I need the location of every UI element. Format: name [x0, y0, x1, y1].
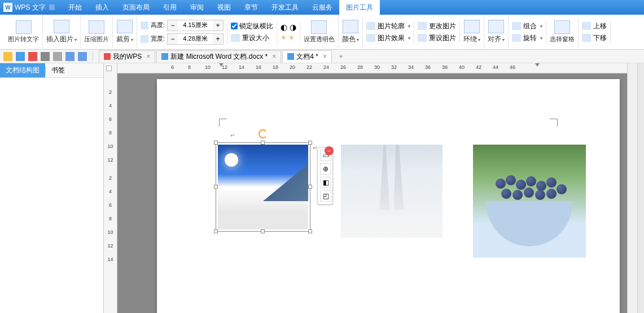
- close-tab-icon[interactable]: ×: [272, 53, 276, 60]
- undo-icon[interactable]: [65, 52, 75, 61]
- align-button[interactable]: 对齐▾: [484, 16, 509, 48]
- width-plus[interactable]: +: [213, 34, 223, 44]
- contrast-buttons[interactable]: ◐ ◑: [281, 23, 296, 32]
- delete-image-button[interactable]: −: [325, 146, 334, 155]
- outline-tab[interactable]: 文档结构图: [0, 63, 45, 77]
- qat-separator: [93, 52, 93, 61]
- height-minus[interactable]: −: [168, 20, 178, 31]
- align-icon: [488, 20, 504, 33]
- print-icon[interactable]: [41, 52, 50, 61]
- rotate-handle-icon[interactable]: [259, 129, 268, 138]
- vertical-ruler[interactable]: 2 4 6 8 10 12 2 4 6 8 10 12 14: [104, 63, 117, 313]
- vertical-scrollbar[interactable]: [627, 63, 637, 313]
- document-canvas[interactable]: ↵ ↵ −: [117, 73, 627, 313]
- close-tab-icon[interactable]: ×: [146, 53, 150, 60]
- insert-picture-button[interactable]: 插入图片▾: [43, 16, 81, 48]
- margin-corner-icon: [219, 119, 227, 127]
- right-panel-strip[interactable]: [637, 63, 644, 313]
- height-input[interactable]: [178, 20, 213, 31]
- tab-doc4[interactable]: 文档4 *×: [282, 50, 332, 63]
- transparent-button[interactable]: 设置透明色: [300, 16, 339, 48]
- bookmark-tab[interactable]: 书签: [46, 63, 71, 77]
- export-pdf-icon[interactable]: [28, 52, 37, 61]
- outline-button[interactable]: 图片轮廓▾: [366, 21, 410, 31]
- dimensions-group: 高度: − + 宽度: − +: [137, 20, 227, 45]
- resize-handle[interactable]: [261, 229, 265, 233]
- page: ↵ ↵ −: [157, 79, 620, 313]
- pic-to-text-icon: [16, 20, 32, 34]
- paragraph-mark-icon: ↵: [313, 145, 317, 151]
- float-reset-button[interactable]: ◰: [320, 190, 331, 202]
- change-icon: [418, 22, 427, 30]
- width-minus[interactable]: −: [168, 34, 178, 44]
- print-preview-icon[interactable]: [53, 52, 62, 61]
- add-tab-button[interactable]: +: [336, 52, 345, 61]
- resize-handle[interactable]: [308, 141, 312, 145]
- tab-my-wps[interactable]: 我的WPS×: [99, 50, 155, 63]
- height-label: 高度:: [151, 21, 165, 29]
- outline-effect-group: 图片轮廓▾ 图片效果▾: [363, 21, 414, 43]
- menu-cloud[interactable]: 云服务: [305, 0, 339, 15]
- selected-image[interactable]: [218, 145, 308, 229]
- menu-view[interactable]: 视图: [211, 0, 238, 15]
- quick-access-toolbar: 我的WPS× 新建 Microsoft Word 文档.docx *× 文档4 …: [0, 50, 644, 63]
- float-crop-button[interactable]: ◧: [320, 177, 331, 188]
- lock-ratio-checkbox[interactable]: 锁定纵横比: [231, 21, 273, 31]
- menu-insert[interactable]: 插入: [89, 0, 116, 15]
- resize-handle[interactable]: [308, 185, 312, 189]
- resize-handle[interactable]: [261, 141, 265, 145]
- app-logo-icon: W: [3, 3, 12, 12]
- pic-to-text-button[interactable]: 图片转文字: [5, 16, 43, 48]
- ruler-selector-icon[interactable]: [106, 66, 112, 71]
- float-zoom-button[interactable]: ⊕: [320, 163, 331, 175]
- side-panel: 文档结构图 书签: [0, 63, 104, 313]
- menu-devtools[interactable]: 开发工具: [265, 0, 305, 15]
- width-label: 宽度:: [151, 34, 165, 43]
- width-icon: [141, 35, 148, 43]
- image-float-toolbar: − ▭ ⊕ ◧ ◰: [317, 147, 333, 205]
- resize-handle[interactable]: [214, 185, 218, 189]
- width-input[interactable]: [178, 34, 213, 44]
- move-up-button[interactable]: 上移: [582, 21, 607, 31]
- title-bar: W WPS 文字 开始 插入 页面布局 引用 审阅 视图 章节 开发工具 云服务…: [0, 0, 644, 15]
- color-icon: [343, 20, 358, 33]
- menu-start[interactable]: 开始: [62, 0, 89, 15]
- wrap-button[interactable]: 环绕▾: [460, 16, 484, 48]
- crop-button[interactable]: 裁剪▾: [113, 16, 137, 48]
- resize-handle[interactable]: [308, 229, 312, 233]
- height-spinner[interactable]: − +: [167, 20, 224, 31]
- change-picture-button[interactable]: 更改图片: [418, 21, 456, 31]
- image-snow-trees[interactable]: [341, 145, 443, 238]
- color-button[interactable]: 颜色▾: [339, 16, 363, 48]
- select-pane-button[interactable]: 选择窗格: [546, 16, 579, 48]
- tab-doc1[interactable]: 新建 Microsoft Word 文档.docx *×: [156, 50, 281, 63]
- effect-button[interactable]: 图片效果▾: [366, 33, 410, 43]
- resize-handle[interactable]: [214, 141, 218, 145]
- move-down-button[interactable]: 下移: [582, 33, 607, 43]
- wrap-icon: [464, 20, 480, 33]
- menu-layout[interactable]: 页面布局: [116, 0, 156, 15]
- side-panel-body: [0, 78, 103, 313]
- app-menu-dropdown[interactable]: [49, 5, 55, 10]
- group-button[interactable]: 组合▾: [512, 21, 542, 31]
- reset-size-button[interactable]: 重设大小: [231, 33, 273, 43]
- brightness-buttons[interactable]: ☀ ☀: [281, 34, 296, 42]
- width-spinner[interactable]: − +: [167, 33, 224, 45]
- rotate-button[interactable]: 旋转▾: [512, 33, 542, 43]
- menu-review[interactable]: 审阅: [183, 0, 211, 15]
- menu-picture-tools[interactable]: 图片工具: [339, 0, 380, 15]
- height-plus[interactable]: +: [213, 20, 223, 31]
- image-blueberries[interactable]: [473, 145, 586, 258]
- reset-pic-icon: [418, 34, 427, 42]
- close-tab-icon[interactable]: ×: [323, 53, 327, 60]
- reset-picture-button[interactable]: 重设图片: [418, 33, 456, 43]
- menu-reference[interactable]: 引用: [156, 0, 183, 15]
- menu-chapter[interactable]: 章节: [238, 0, 265, 15]
- save-icon[interactable]: [16, 52, 25, 61]
- open-icon[interactable]: [3, 52, 12, 61]
- resize-handle[interactable]: [214, 229, 218, 233]
- indent-marker-icon[interactable]: [535, 63, 540, 67]
- compress-picture-button[interactable]: 压缩图片: [81, 16, 113, 48]
- horizontal-ruler[interactable]: 6 8 10 12 14 16 18 20 22 24 26 28 30 32 …: [117, 63, 627, 73]
- redo-icon[interactable]: [78, 52, 87, 61]
